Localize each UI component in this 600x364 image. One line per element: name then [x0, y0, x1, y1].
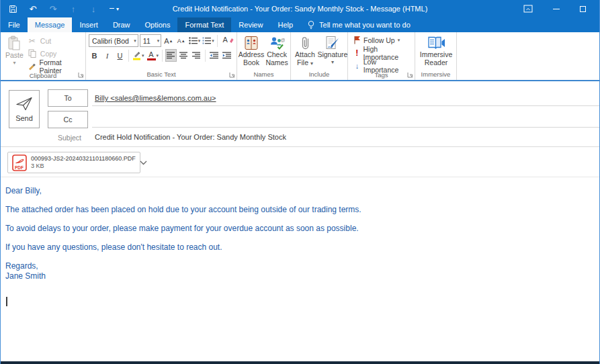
tab-review[interactable]: Review	[231, 17, 270, 32]
ribbon-tab-bar: File Message Insert Draw Options Format …	[1, 17, 599, 32]
immersive-reader-icon	[427, 36, 445, 50]
clear-formatting-button[interactable]: A	[220, 34, 234, 47]
attachment-well: PDF 000993-JS2-20240321101180660.PDF 3 K…	[1, 147, 599, 177]
signature-icon	[325, 36, 340, 50]
ribbon-display-options-icon[interactable]	[523, 5, 533, 13]
align-left-button[interactable]	[165, 49, 177, 62]
font-name-combo[interactable]: Calibri (Bod▾	[89, 34, 138, 47]
copy-button: Copy	[26, 48, 83, 59]
subject-field[interactable]: Credit Hold Notification - Your Order: S…	[95, 133, 286, 141]
message-header: Send To Cc Billy <sales@limes&lemons.com…	[1, 81, 599, 147]
flag-icon	[353, 36, 361, 44]
undo-icon[interactable]: ↶	[28, 3, 38, 14]
immersive-reader-button[interactable]: Immersive Reader	[419, 34, 454, 68]
lightbulb-icon	[307, 20, 315, 30]
copy-icon	[27, 49, 38, 58]
body-paragraph: Dear Billy,	[5, 186, 586, 196]
attachment-filename: 000993-JS2-20240321101180660.PDF	[31, 155, 136, 163]
ribbon-group-clipboard: Paste ▾ ✂ Cut Copy	[1, 32, 86, 80]
attachment-chip[interactable]: PDF 000993-JS2-20240321101180660.PDF 3 K…	[7, 152, 140, 173]
pdf-file-icon: PDF	[12, 154, 27, 171]
to-recipient[interactable]: Billy <sales@limes&lemons.com.au>	[95, 94, 216, 102]
decrease-indent-button[interactable]	[208, 49, 220, 62]
high-importance-button[interactable]: ! High Importance	[353, 47, 413, 58]
body-paragraph: Jane Smith	[5, 271, 586, 281]
body-paragraph: The attached order has been placed on ho…	[5, 205, 586, 215]
save-icon[interactable]	[7, 3, 18, 14]
tab-format-text[interactable]: Format Text	[177, 17, 231, 32]
ribbon-group-tags: Follow Up▾ ! High Importance ↓ Low Impor…	[348, 32, 415, 80]
check-names-button[interactable]: @ Check Names	[265, 34, 289, 68]
title-bar: ↶ ↷ ↑ ↓ ▾ Credit Hold Notification - You…	[1, 0, 599, 17]
subject-label: Subject	[58, 134, 81, 142]
font-size-combo[interactable]: 11▾	[140, 34, 161, 47]
to-button[interactable]: To	[48, 89, 88, 107]
follow-up-button[interactable]: Follow Up▾	[353, 34, 413, 46]
body-paragraph: Regards,	[5, 261, 586, 271]
window-bottom-edge	[1, 361, 599, 364]
bullets-button[interactable]: ▾	[188, 34, 200, 47]
increase-indent-button[interactable]	[221, 49, 232, 62]
eraser-icon	[229, 38, 234, 44]
message-body[interactable]: Dear Billy, The attached order has been …	[1, 177, 599, 357]
basic-text-dialog-launcher-icon[interactable]	[229, 72, 235, 78]
maximize-icon[interactable]	[580, 6, 586, 12]
align-right-button[interactable]	[191, 49, 202, 62]
tell-me-label: Tell me what you want to do	[319, 21, 411, 29]
cc-button[interactable]: Cc	[48, 111, 88, 128]
redo-icon: ↷	[48, 3, 58, 14]
paste-button: Paste ▾	[3, 34, 26, 69]
numbering-button[interactable]: ▾	[202, 34, 214, 47]
check-names-icon: @	[269, 36, 285, 50]
bold-button[interactable]: B	[89, 49, 100, 62]
tab-file[interactable]: File	[1, 17, 28, 32]
ribbon-group-immersive: Immersive Reader Immersive	[415, 32, 457, 80]
basic-text-group-label: Basic Text	[86, 71, 237, 80]
text-highlight-color-button[interactable]: ▾	[132, 49, 145, 62]
clipboard-dialog-launcher-icon[interactable]	[78, 72, 84, 78]
tab-help[interactable]: Help	[270, 17, 300, 32]
ribbon-group-basic-text: Calibri (Bod▾ 11▾ A▲ A▲ ▾	[86, 32, 237, 80]
body-paragraph: If you have any questions, please don't …	[5, 242, 586, 253]
cut-icon: ✂	[27, 36, 38, 46]
to-field[interactable]	[92, 105, 599, 106]
tell-me-box[interactable]: Tell me what you want to do	[300, 17, 417, 32]
align-center-button[interactable]	[178, 49, 189, 62]
signature-button[interactable]: Signature ▾	[319, 34, 346, 68]
ribbon-group-include: Attach File ▾ Signature ▾ Include	[291, 32, 348, 80]
svg-text:PDF: PDF	[15, 165, 24, 169]
immersive-group-label: Immersive	[415, 71, 456, 80]
include-group-label: Include	[291, 71, 347, 80]
low-importance-button[interactable]: ↓ Low Importance	[353, 60, 413, 71]
shrink-font-button[interactable]: A▲	[175, 34, 187, 47]
font-color-button[interactable]: A ▾	[146, 49, 160, 62]
move-up-icon: ↑	[68, 3, 79, 14]
tags-group-label: Tags	[348, 71, 415, 81]
bullets-icon	[189, 37, 198, 44]
format-painter-button[interactable]: Format Painter	[26, 60, 83, 72]
tab-message[interactable]: Message	[28, 17, 73, 32]
tab-insert[interactable]: Insert	[72, 17, 105, 32]
text-cursor	[6, 297, 7, 306]
underline-button[interactable]: U	[114, 49, 126, 62]
customize-quick-access-icon[interactable]: ▾	[108, 3, 119, 14]
cc-field[interactable]	[92, 127, 599, 128]
quick-access-toolbar: ↶ ↷ ↑ ↓ ▾	[1, 3, 119, 14]
grow-font-button[interactable]: A▲	[163, 34, 174, 47]
minimize-icon[interactable]	[553, 9, 560, 9]
tab-options[interactable]: Options	[138, 17, 178, 32]
attach-file-button[interactable]: Attach File ▾	[293, 34, 317, 69]
ribbon-group-names: Address Book @ Check Names Names	[237, 32, 291, 80]
address-book-button[interactable]: Address Book	[239, 34, 263, 68]
send-plane-icon	[15, 97, 33, 111]
highlighter-icon	[132, 50, 141, 60]
address-book-icon	[243, 36, 259, 50]
outlook-message-window: ↶ ↷ ↑ ↓ ▾ Credit Hold Notification - You…	[0, 0, 600, 364]
italic-button[interactable]: I	[101, 49, 113, 62]
body-paragraph: To avoid delays to your order, please ma…	[5, 224, 586, 234]
svg-text:@: @	[281, 38, 286, 42]
attachment-options-chevron-icon[interactable]	[140, 161, 147, 165]
tags-dialog-launcher-icon[interactable]	[407, 72, 413, 78]
tab-draw[interactable]: Draw	[105, 17, 138, 32]
send-button[interactable]: Send	[9, 90, 40, 128]
